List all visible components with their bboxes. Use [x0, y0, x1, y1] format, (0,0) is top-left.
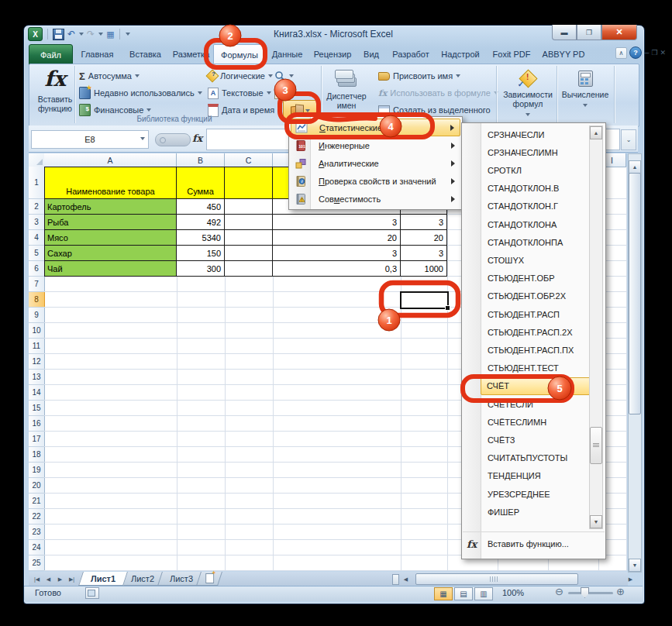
function-item[interactable]: УРЕЗСРЕДНЕЕ [482, 485, 588, 503]
function-item[interactable]: СТЬЮДЕНТ.РАСП.2X [482, 323, 588, 341]
row-header-21[interactable]: 21 [29, 494, 45, 509]
function-item[interactable]: СЧЁТЕСЛИМН [482, 413, 588, 431]
define-name-button[interactable]: Присвоить имя [378, 68, 460, 84]
row-header-7[interactable]: 7 [29, 277, 45, 292]
insert-function-menu-item[interactable]: fx Вставить функцию... [462, 534, 605, 554]
row-header-9[interactable]: 9 [29, 308, 45, 323]
tab-split-handle[interactable] [392, 574, 399, 585]
row-header-17[interactable]: 17 [29, 432, 45, 447]
row-header-22[interactable]: 22 [29, 509, 45, 525]
zoom-out-icon[interactable]: ⊖ [555, 586, 563, 597]
scroll-up-icon[interactable]: ▲ [629, 160, 641, 174]
maximize-button[interactable]: ❐ [577, 25, 601, 40]
row-header-5[interactable]: 5 [29, 246, 45, 261]
sheet-tab-лист1[interactable]: Лист1 [78, 572, 128, 586]
menu-item-compatibility[interactable]: !Совместимость [291, 191, 460, 208]
row-header-24[interactable]: 24 [29, 540, 45, 555]
function-item[interactable]: СРЗНАЧЕСЛИ [482, 126, 588, 143]
function-item[interactable]: СРЗНАЧЕСЛИМН [482, 143, 588, 161]
table-row-empty-cell[interactable] [225, 261, 273, 277]
save-icon[interactable] [53, 29, 64, 40]
function-item[interactable]: СТАНДОТКЛОНПА [482, 233, 588, 251]
workbook-close-icon[interactable]: ✕ [660, 49, 666, 57]
calculation-button[interactable]: Вычисление [560, 67, 611, 108]
row-header-3[interactable]: 3 [29, 215, 45, 230]
name-box[interactable]: E8 [31, 130, 149, 149]
column-header-a[interactable]: A [44, 153, 177, 167]
table-header-cell[interactable]: Наименование товара [44, 167, 177, 199]
row-header-16[interactable]: 16 [29, 416, 45, 432]
function-item[interactable]: СЧИТАТЬПУСТОТЫ [482, 449, 588, 467]
row-header-2[interactable]: 2 [29, 199, 45, 215]
autosum-button[interactable]: Σ Автосумма [79, 68, 140, 84]
table-row-name[interactable]: Чай [44, 261, 177, 277]
submenu-scroll-thumb[interactable] [590, 427, 602, 464]
row-header-19[interactable]: 19 [29, 463, 45, 478]
row-header-10[interactable]: 10 [29, 323, 45, 339]
selected-cell-e8[interactable] [400, 291, 449, 309]
tab-foxit-pdf[interactable]: Foxit PDF [485, 44, 538, 64]
row-header-12[interactable]: 12 [29, 354, 45, 370]
function-item[interactable]: СТОШYX [482, 251, 588, 269]
function-item-highlighted[interactable]: СЧЁТ [481, 377, 593, 395]
last-sheet-icon[interactable]: ▶| [66, 573, 78, 585]
table-row-empty-cell[interactable] [225, 230, 273, 246]
vertical-scroll-thumb[interactable] [629, 173, 641, 414]
table-row-empty-cell[interactable] [225, 215, 273, 230]
logical-button[interactable]: ? Логические [208, 68, 273, 84]
name-box-dropdown-arrow[interactable] [136, 130, 148, 147]
function-item[interactable]: СТАНДОТКЛОН.Г [482, 198, 588, 215]
function-item[interactable]: ТЕНДЕНЦИЯ [482, 467, 588, 485]
insert-function-button[interactable]: fx Вставить функцию [31, 67, 79, 121]
table-row-name[interactable]: Мясо [44, 230, 177, 246]
row-header-4[interactable]: 4 [29, 230, 45, 246]
horizontal-scroll-thumb[interactable] [415, 573, 578, 585]
zoom-slider-track[interactable] [568, 592, 613, 594]
table-row-name[interactable]: Сахар [44, 246, 177, 261]
row-header-11[interactable]: 11 [29, 339, 45, 354]
tab-home[interactable]: Главная [73, 44, 122, 64]
table-row-sum[interactable]: 450 [177, 199, 225, 215]
tab-data[interactable]: Данные [266, 44, 308, 64]
submenu-scroll-down-icon[interactable]: ▼ [590, 515, 602, 528]
table-row-value-e[interactable]: 20 [401, 230, 447, 246]
table-row-value-e[interactable]: 1000 [401, 261, 447, 277]
table-row-sum[interactable]: 5340 [177, 230, 225, 246]
recent-functions-button[interactable]: ★ Недавно использовались [79, 85, 202, 101]
row-header-25[interactable]: 25 [29, 555, 45, 571]
formula-auditing-button[interactable]: ! ✓ Зависимости формул [499, 67, 557, 118]
row-header-14[interactable]: 14 [29, 385, 45, 401]
name-manager-button[interactable]: Диспетчер имен [322, 67, 370, 110]
help-icon[interactable]: ? [629, 46, 642, 59]
insert-worksheet-button[interactable] [196, 572, 222, 586]
function-item[interactable]: СТАНДОТКЛОН.В [482, 180, 588, 198]
table-row-value-e[interactable]: 3 [401, 215, 447, 230]
table-row-value-d[interactable]: 0,3 [273, 261, 401, 277]
row-header-15[interactable]: 15 [29, 401, 45, 416]
table-row-name[interactable]: Рыба [44, 215, 177, 230]
function-item[interactable]: СТАНДОТКЛОНА [482, 215, 588, 233]
menu-item-statistical[interactable]: Статистические [291, 119, 460, 136]
table-row-sum[interactable]: 150 [177, 246, 225, 261]
column-header-b[interactable]: B [177, 153, 225, 167]
function-item[interactable]: СЧЁТЗ [482, 431, 588, 449]
insert-function-fx-icon[interactable]: fx [192, 132, 202, 144]
function-item[interactable]: СЧЁТЕСЛИ [482, 395, 588, 413]
row-header-6[interactable]: 6 [29, 261, 45, 277]
row-header-8[interactable]: 8 [29, 292, 45, 308]
workbook-minimize-icon[interactable]: ─ [644, 49, 649, 57]
page-layout-view-icon[interactable]: ▤ [454, 587, 473, 600]
function-item[interactable]: СТЬЮДЕНТ.ОБР.2X [482, 287, 588, 305]
select-all-corner[interactable] [29, 153, 45, 167]
function-item[interactable]: СТЬЮДЕНТ.РАСП [482, 305, 588, 323]
function-item[interactable]: СРОТКЛ [482, 161, 588, 179]
table-row-value-e[interactable]: 3 [401, 246, 447, 261]
menu-item-information[interactable]: iПроверка свойств и значений [291, 173, 460, 191]
collapse-ribbon-icon[interactable]: ∧ [615, 47, 627, 59]
table-row-sum[interactable]: 492 [177, 215, 225, 230]
function-item[interactable]: СТЬЮДЕНТ.ОБР [482, 270, 588, 287]
tab-insert[interactable]: Вставка [122, 44, 169, 64]
first-sheet-icon[interactable]: |◀ [31, 573, 43, 585]
tab-view[interactable]: Вид [357, 44, 386, 64]
scroll-down-icon[interactable]: ▼ [629, 559, 641, 572]
